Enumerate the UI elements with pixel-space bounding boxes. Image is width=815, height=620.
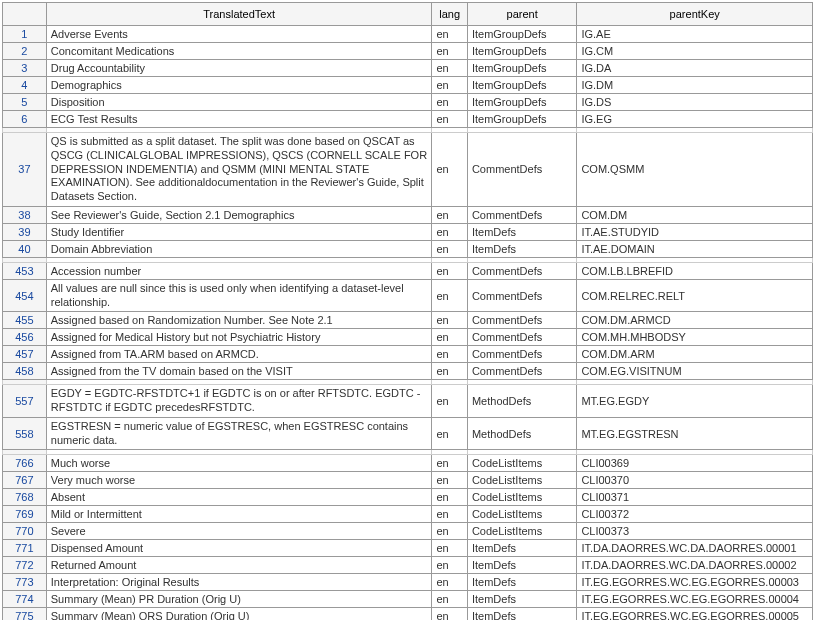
col-header-parentkey[interactable]: parentKey bbox=[577, 3, 813, 26]
cell-parent[interactable]: CodeListItems bbox=[467, 523, 576, 540]
cell-parent[interactable]: ItemDefs bbox=[467, 540, 576, 557]
cell-parent[interactable]: ItemDefs bbox=[467, 591, 576, 608]
row-number[interactable]: 558 bbox=[3, 417, 47, 450]
cell-parent-key[interactable]: IT.AE.DOMAIN bbox=[577, 240, 813, 257]
row-number[interactable]: 38 bbox=[3, 206, 47, 223]
row-number[interactable]: 770 bbox=[3, 523, 47, 540]
cell-parent[interactable]: ItemDefs bbox=[467, 574, 576, 591]
cell-parent-key[interactable]: MT.EG.EGSTRESN bbox=[577, 417, 813, 450]
cell-parent[interactable]: ItemGroupDefs bbox=[467, 26, 576, 43]
cell-translated-text[interactable]: EGSTRESN = numeric value of EGSTRESC, wh… bbox=[46, 417, 432, 450]
cell-translated-text[interactable]: Interpretation: Original Results bbox=[46, 574, 432, 591]
cell-lang[interactable]: en bbox=[432, 26, 467, 43]
cell-lang[interactable]: en bbox=[432, 77, 467, 94]
table-row[interactable]: 769Mild or IntermittentenCodeListItemsCL… bbox=[3, 506, 813, 523]
table-row[interactable]: 1Adverse EventsenItemGroupDefsIG.AE bbox=[3, 26, 813, 43]
row-number[interactable]: 773 bbox=[3, 574, 47, 591]
table-row[interactable]: 767Very much worseenCodeListItemsCLI0037… bbox=[3, 472, 813, 489]
cell-lang[interactable]: en bbox=[432, 591, 467, 608]
cell-parent-key[interactable]: IT.AE.STUDYID bbox=[577, 223, 813, 240]
table-row[interactable]: 2Concomitant MedicationsenItemGroupDefsI… bbox=[3, 43, 813, 60]
col-header-parent[interactable]: parent bbox=[467, 3, 576, 26]
table-row[interactable]: 4DemographicsenItemGroupDefsIG.DM bbox=[3, 77, 813, 94]
cell-parent-key[interactable]: IG.AE bbox=[577, 26, 813, 43]
table-row[interactable]: 770SevereenCodeListItemsCLI00373 bbox=[3, 523, 813, 540]
cell-parent-key[interactable]: CLI00373 bbox=[577, 523, 813, 540]
cell-lang[interactable]: en bbox=[432, 94, 467, 111]
row-number[interactable]: 775 bbox=[3, 608, 47, 620]
cell-translated-text[interactable]: All values are null since this is used o… bbox=[46, 279, 432, 312]
table-row[interactable]: 453Accession numberenCommentDefsCOM.LB.L… bbox=[3, 262, 813, 279]
cell-lang[interactable]: en bbox=[432, 574, 467, 591]
row-number[interactable]: 6 bbox=[3, 111, 47, 128]
cell-parent-key[interactable]: IT.DA.DAORRES.WC.DA.DAORRES.00002 bbox=[577, 557, 813, 574]
row-number[interactable]: 557 bbox=[3, 385, 47, 418]
cell-parent-key[interactable]: IG.DM bbox=[577, 77, 813, 94]
row-number[interactable]: 1 bbox=[3, 26, 47, 43]
cell-parent-key[interactable]: IT.EG.EGORRES.WC.EG.EGORRES.00004 bbox=[577, 591, 813, 608]
row-number[interactable]: 2 bbox=[3, 43, 47, 60]
row-number[interactable]: 767 bbox=[3, 472, 47, 489]
cell-translated-text[interactable]: EGDY = EGDTC-RFSTDTC+1 if EGDTC is on or… bbox=[46, 385, 432, 418]
cell-lang[interactable]: en bbox=[432, 557, 467, 574]
cell-lang[interactable]: en bbox=[432, 608, 467, 620]
row-number[interactable]: 772 bbox=[3, 557, 47, 574]
cell-translated-text[interactable]: Disposition bbox=[46, 94, 432, 111]
cell-translated-text[interactable]: Assigned from the TV domain based on the… bbox=[46, 363, 432, 380]
cell-parent-key[interactable]: CLI00369 bbox=[577, 455, 813, 472]
cell-translated-text[interactable]: Dispensed Amount bbox=[46, 540, 432, 557]
cell-parent[interactable]: CodeListItems bbox=[467, 472, 576, 489]
row-number[interactable]: 39 bbox=[3, 223, 47, 240]
cell-translated-text[interactable]: Much worse bbox=[46, 455, 432, 472]
cell-parent[interactable]: CodeListItems bbox=[467, 455, 576, 472]
cell-parent[interactable]: CommentDefs bbox=[467, 346, 576, 363]
cell-parent-key[interactable]: COM.DM.ARM bbox=[577, 346, 813, 363]
table-row[interactable]: 772Returned AmountenItemDefsIT.DA.DAORRE… bbox=[3, 557, 813, 574]
col-header-text[interactable]: TranslatedText bbox=[46, 3, 432, 26]
cell-parent-key[interactable]: CLI00372 bbox=[577, 506, 813, 523]
cell-translated-text[interactable]: Summary (Mean) QRS Duration (Orig U) bbox=[46, 608, 432, 620]
cell-parent-key[interactable]: CLI00371 bbox=[577, 489, 813, 506]
cell-parent-key[interactable]: CLI00370 bbox=[577, 472, 813, 489]
cell-parent[interactable]: CommentDefs bbox=[467, 363, 576, 380]
row-number[interactable]: 769 bbox=[3, 506, 47, 523]
row-number[interactable]: 3 bbox=[3, 60, 47, 77]
cell-parent-key[interactable]: IG.DS bbox=[577, 94, 813, 111]
row-number[interactable]: 771 bbox=[3, 540, 47, 557]
cell-lang[interactable]: en bbox=[432, 489, 467, 506]
table-row[interactable]: 457Assigned from TA.ARM based on ARMCD.e… bbox=[3, 346, 813, 363]
row-number[interactable]: 768 bbox=[3, 489, 47, 506]
cell-lang[interactable]: en bbox=[432, 279, 467, 312]
table-row[interactable]: 773Interpretation: Original ResultsenIte… bbox=[3, 574, 813, 591]
cell-translated-text[interactable]: Returned Amount bbox=[46, 557, 432, 574]
cell-translated-text[interactable]: See Reviewer's Guide, Section 2.1 Demogr… bbox=[46, 206, 432, 223]
cell-lang[interactable]: en bbox=[432, 206, 467, 223]
row-number[interactable]: 40 bbox=[3, 240, 47, 257]
cell-parent-key[interactable]: COM.LB.LBREFID bbox=[577, 262, 813, 279]
table-row[interactable]: 40Domain AbbreviationenItemDefsIT.AE.DOM… bbox=[3, 240, 813, 257]
table-row[interactable]: 458Assigned from the TV domain based on … bbox=[3, 363, 813, 380]
cell-parent[interactable]: ItemDefs bbox=[467, 557, 576, 574]
cell-lang[interactable]: en bbox=[432, 472, 467, 489]
cell-parent-key[interactable]: COM.EG.VISITNUM bbox=[577, 363, 813, 380]
cell-parent-key[interactable]: IT.EG.EGORRES.WC.EG.EGORRES.00003 bbox=[577, 574, 813, 591]
cell-lang[interactable]: en bbox=[432, 312, 467, 329]
cell-translated-text[interactable]: Study Identifier bbox=[46, 223, 432, 240]
row-number[interactable]: 457 bbox=[3, 346, 47, 363]
cell-parent[interactable]: CommentDefs bbox=[467, 206, 576, 223]
row-number[interactable]: 766 bbox=[3, 455, 47, 472]
cell-parent-key[interactable]: COM.QSMM bbox=[577, 133, 813, 207]
cell-parent[interactable]: ItemGroupDefs bbox=[467, 94, 576, 111]
cell-parent[interactable]: CommentDefs bbox=[467, 312, 576, 329]
cell-parent[interactable]: ItemGroupDefs bbox=[467, 43, 576, 60]
cell-translated-text[interactable]: Concomitant Medications bbox=[46, 43, 432, 60]
row-number[interactable]: 4 bbox=[3, 77, 47, 94]
table-row[interactable]: 6ECG Test ResultsenItemGroupDefsIG.EG bbox=[3, 111, 813, 128]
table-row[interactable]: 39Study IdentifierenItemDefsIT.AE.STUDYI… bbox=[3, 223, 813, 240]
table-row[interactable]: 454All values are null since this is use… bbox=[3, 279, 813, 312]
row-number[interactable]: 453 bbox=[3, 262, 47, 279]
cell-lang[interactable]: en bbox=[432, 43, 467, 60]
cell-translated-text[interactable]: Very much worse bbox=[46, 472, 432, 489]
cell-parent[interactable]: MethodDefs bbox=[467, 417, 576, 450]
cell-translated-text[interactable]: ECG Test Results bbox=[46, 111, 432, 128]
